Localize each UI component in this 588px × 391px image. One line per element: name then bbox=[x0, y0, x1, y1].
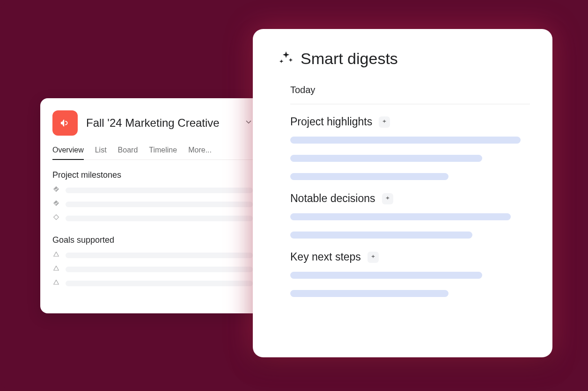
goal-icon bbox=[52, 265, 60, 274]
project-title: Fall '24 Marketing Creative bbox=[86, 116, 236, 130]
digest-section-header: Project highlights bbox=[290, 116, 530, 128]
placeholder-bar bbox=[66, 267, 253, 272]
placeholder-bar bbox=[66, 281, 253, 286]
list-item[interactable] bbox=[52, 265, 253, 274]
digest-placeholder-list bbox=[290, 272, 530, 297]
digest-placeholder-bar bbox=[290, 173, 448, 180]
digest-title: Smart digests bbox=[301, 50, 398, 68]
milestone-icon bbox=[52, 186, 60, 195]
goal-icon bbox=[52, 279, 60, 288]
project-megaphone-icon bbox=[52, 110, 78, 136]
digest-placeholder-list bbox=[290, 213, 530, 239]
placeholder-bar bbox=[66, 202, 253, 207]
digest-section-title: Project highlights bbox=[290, 116, 372, 128]
section-heading: Goals supported bbox=[52, 235, 253, 245]
digest-placeholder-bar bbox=[290, 290, 448, 297]
digest-section: Project highlights bbox=[290, 116, 530, 180]
smart-digest-card: Smart digests Today Project highlightsNo… bbox=[253, 29, 552, 357]
stage-background: Fall '24 Marketing Creative OverviewList… bbox=[0, 0, 588, 391]
list-item[interactable] bbox=[52, 214, 253, 223]
digest-placeholder-bar bbox=[290, 155, 482, 162]
chevron-down-icon[interactable] bbox=[244, 118, 253, 128]
list-item[interactable] bbox=[52, 251, 253, 260]
sparkle-icon[interactable] bbox=[368, 252, 379, 263]
milestone-icon bbox=[52, 200, 60, 209]
digest-placeholder-bar bbox=[290, 272, 482, 279]
project-section: Goals supported bbox=[52, 235, 253, 288]
digest-section-header: Key next steps bbox=[290, 251, 530, 263]
tab-more[interactable]: More... bbox=[188, 144, 212, 159]
digest-header: Smart digests bbox=[278, 50, 530, 68]
digest-section: Key next steps bbox=[290, 251, 530, 297]
placeholder-bar bbox=[66, 253, 253, 258]
list-item[interactable] bbox=[52, 279, 253, 288]
placeholder-bar bbox=[66, 188, 253, 193]
digest-placeholder-list bbox=[290, 137, 530, 180]
digest-placeholder-bar bbox=[290, 213, 511, 220]
list-item[interactable] bbox=[52, 200, 253, 209]
tab-board[interactable]: Board bbox=[118, 144, 138, 159]
tab-timeline[interactable]: Timeline bbox=[149, 144, 177, 159]
digest-section-header: Notable decisions bbox=[290, 192, 530, 205]
digest-placeholder-bar bbox=[290, 137, 521, 144]
tab-list[interactable]: List bbox=[95, 144, 107, 159]
placeholder-list bbox=[52, 251, 253, 288]
sparkles-icon bbox=[278, 50, 294, 68]
placeholder-bar bbox=[66, 216, 253, 221]
milestone-icon bbox=[52, 214, 60, 223]
project-header: Fall '24 Marketing Creative bbox=[52, 110, 253, 136]
sparkle-icon[interactable] bbox=[382, 193, 393, 204]
project-section: Project milestones bbox=[52, 170, 253, 223]
section-heading: Project milestones bbox=[52, 170, 253, 180]
project-tabs: OverviewListBoardTimelineMore... bbox=[52, 144, 253, 160]
goal-icon bbox=[52, 251, 60, 260]
placeholder-list bbox=[52, 186, 253, 223]
digest-section: Notable decisions bbox=[290, 192, 530, 239]
list-item[interactable] bbox=[52, 186, 253, 195]
tab-overview[interactable]: Overview bbox=[52, 144, 84, 160]
project-card: Fall '24 Marketing Creative OverviewList… bbox=[40, 98, 265, 313]
digest-placeholder-bar bbox=[290, 232, 472, 239]
digest-date: Today bbox=[290, 85, 530, 104]
digest-section-title: Key next steps bbox=[290, 251, 361, 263]
sparkle-icon[interactable] bbox=[379, 116, 390, 128]
digest-section-title: Notable decisions bbox=[290, 192, 375, 205]
